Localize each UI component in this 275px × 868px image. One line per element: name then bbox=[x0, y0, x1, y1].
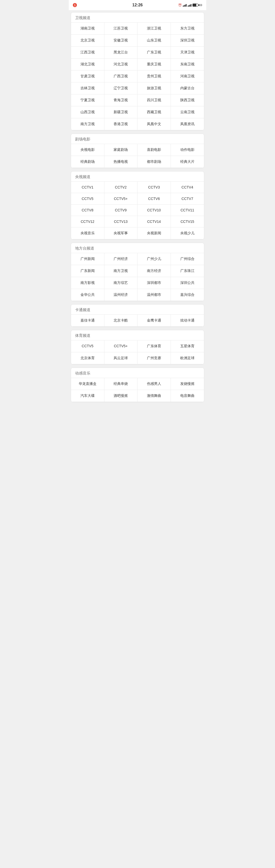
grid-cell-satellite-3[interactable]: 东方卫视 bbox=[171, 23, 204, 35]
grid-cell-cartoon-3[interactable]: 炫动卡通 bbox=[171, 315, 204, 327]
grid-cell-satellite-28[interactable]: 山西卫视 bbox=[71, 106, 104, 118]
grid-cell-satellite-27[interactable]: 陕西卫视 bbox=[171, 94, 204, 106]
grid-cell-local-8[interactable]: 南方影视 bbox=[71, 277, 104, 289]
grid-cell-cartoon-2[interactable]: 金鹰卡通 bbox=[138, 315, 171, 327]
grid-cell-satellite-22[interactable]: 旅游卫视 bbox=[138, 83, 171, 94]
grid-cell-satellite-5[interactable]: 安徽卫视 bbox=[104, 35, 138, 46]
grid-cell-satellite-34[interactable]: 凤凰中文 bbox=[138, 118, 171, 130]
grid-cell-cctv-8[interactable]: CCTV8 bbox=[71, 205, 104, 216]
grid-cell-music-4[interactable]: 汽车大碟 bbox=[71, 390, 104, 402]
grid-cell-satellite-33[interactable]: 香港卫视 bbox=[104, 118, 138, 130]
grid-cell-satellite-10[interactable]: 广东卫视 bbox=[138, 46, 171, 59]
grid-cell-cartoon-0[interactable]: 嘉佳卡通 bbox=[71, 315, 104, 327]
grid-cell-drama-movies-4[interactable]: 经典剧场 bbox=[71, 156, 104, 168]
grid-cell-satellite-19[interactable]: 河南卫视 bbox=[171, 70, 204, 83]
grid-cell-satellite-7[interactable]: 深圳卫视 bbox=[171, 35, 204, 46]
grid-cell-satellite-1[interactable]: 江苏卫视 bbox=[104, 23, 138, 35]
grid-cell-sports-7[interactable]: 欧洲足球 bbox=[171, 352, 204, 364]
grid-cell-music-7[interactable]: 电音舞曲 bbox=[171, 390, 204, 402]
grid-cell-satellite-20[interactable]: 吉林卫视 bbox=[71, 83, 104, 94]
grid-cell-local-14[interactable]: 温州都市 bbox=[138, 289, 171, 301]
grid-cell-cctv-13[interactable]: CCTV13 bbox=[104, 216, 138, 227]
grid-cell-sports-5[interactable]: 风云足球 bbox=[104, 352, 138, 364]
grid-cell-cctv-0[interactable]: CCTV1 bbox=[71, 182, 104, 193]
grid-cell-cctv-2[interactable]: CCTV3 bbox=[138, 182, 171, 193]
grid-cell-sports-4[interactable]: 北京体育 bbox=[71, 352, 104, 364]
grid-cell-satellite-26[interactable]: 四川卫视 bbox=[138, 94, 171, 106]
grid-cell-cctv-6[interactable]: CCTV6 bbox=[138, 193, 171, 205]
grid-cell-music-5[interactable]: 酒吧慢摇 bbox=[104, 390, 138, 402]
grid-cell-cctv-3[interactable]: CCTV4 bbox=[171, 182, 204, 193]
grid-cell-local-11[interactable]: 深圳公共 bbox=[171, 277, 204, 289]
grid-cell-sports-0[interactable]: CCTV5 bbox=[71, 340, 104, 352]
grid-cell-drama-movies-2[interactable]: 喜剧电影 bbox=[138, 144, 171, 156]
grid-cell-local-4[interactable]: 广东新闻 bbox=[71, 265, 104, 277]
grid-cell-local-9[interactable]: 南方综艺 bbox=[104, 277, 138, 289]
grid-cell-satellite-24[interactable]: 宁夏卫视 bbox=[71, 94, 104, 106]
grid-cell-local-10[interactable]: 深圳都市 bbox=[138, 277, 171, 289]
grid-cell-local-1[interactable]: 广州经济 bbox=[104, 253, 138, 265]
grid-cell-cctv-16[interactable]: 央视音乐 bbox=[71, 227, 104, 239]
grid-cell-satellite-30[interactable]: 西藏卫视 bbox=[138, 106, 171, 118]
grid-cell-music-3[interactable]: 发烧慢摇 bbox=[171, 378, 204, 390]
grid-cell-cctv-11[interactable]: CCTV11 bbox=[171, 205, 204, 216]
grid-cell-music-2[interactable]: 伤感男人 bbox=[138, 378, 171, 390]
grid-cell-cctv-12[interactable]: CCTV12 bbox=[71, 216, 104, 227]
grid-cell-satellite-6[interactable]: 山东卫视 bbox=[138, 35, 171, 46]
grid-cell-drama-movies-5[interactable]: 热播电视 bbox=[104, 156, 138, 168]
grid-cell-local-6[interactable]: 南方经济 bbox=[138, 265, 171, 277]
grid-cell-satellite-32[interactable]: 南方卫视 bbox=[71, 118, 104, 130]
grid-cell-satellite-17[interactable]: 广西卫视 bbox=[104, 70, 138, 83]
grid-cell-drama-movies-1[interactable]: 家庭剧场 bbox=[104, 144, 138, 156]
grid-cell-satellite-11[interactable]: 天津卫视 bbox=[171, 46, 204, 59]
grid-cell-cartoon-1[interactable]: 北京卡酷 bbox=[104, 315, 138, 327]
grid-cell-local-5[interactable]: 南方卫视 bbox=[104, 265, 138, 277]
grid-cell-cctv-1[interactable]: CCTV2 bbox=[104, 182, 138, 193]
grid-cell-satellite-12[interactable]: 湖北卫视 bbox=[71, 59, 104, 70]
grid-cell-satellite-2[interactable]: 浙江卫视 bbox=[138, 23, 171, 35]
grid-cell-music-1[interactable]: 经典串烧 bbox=[104, 378, 138, 390]
grid-cell-satellite-25[interactable]: 青海卫视 bbox=[104, 94, 138, 106]
grid-cell-satellite-13[interactable]: 河北卫视 bbox=[104, 59, 138, 70]
grid-cell-drama-movies-6[interactable]: 都市剧场 bbox=[138, 156, 171, 168]
grid-cell-cctv-10[interactable]: CCTV10 bbox=[138, 205, 171, 216]
grid-cell-sports-1[interactable]: CCTV5+ bbox=[104, 340, 138, 352]
grid-cell-cctv-15[interactable]: CCTV15 bbox=[171, 216, 204, 227]
grid-cell-satellite-4[interactable]: 北京卫视 bbox=[71, 35, 104, 46]
grid-cell-cctv-17[interactable]: 央视军事 bbox=[104, 227, 138, 239]
grid-cell-local-7[interactable]: 广东珠江 bbox=[171, 265, 204, 277]
grid-cell-satellite-9[interactable]: 黑龙江台 bbox=[104, 46, 138, 59]
grid-cell-cctv-4[interactable]: CCTV5 bbox=[71, 193, 104, 205]
grid-cell-cctv-5[interactable]: CCTV5+ bbox=[104, 193, 138, 205]
grid-cell-sports-2[interactable]: 广东体育 bbox=[138, 340, 171, 352]
grid-cell-local-3[interactable]: 广州综合 bbox=[171, 253, 204, 265]
grid-cell-drama-movies-0[interactable]: 央视电影 bbox=[71, 144, 104, 156]
grid-cell-cctv-7[interactable]: CCTV7 bbox=[171, 193, 204, 205]
grid-cell-cctv-14[interactable]: CCTV14 bbox=[138, 216, 171, 227]
grid-cell-cctv-18[interactable]: 央视新闻 bbox=[138, 227, 171, 239]
grid-cell-local-15[interactable]: 嘉兴综合 bbox=[171, 289, 204, 301]
grid-cell-satellite-23[interactable]: 内蒙古台 bbox=[171, 83, 204, 94]
grid-cell-satellite-31[interactable]: 云南卫视 bbox=[171, 106, 204, 118]
grid-cell-local-0[interactable]: 广州新闻 bbox=[71, 253, 104, 265]
grid-cell-music-6[interactable]: 激情舞曲 bbox=[138, 390, 171, 402]
grid-cell-local-13[interactable]: 温州经济 bbox=[104, 289, 138, 301]
grid-cell-satellite-18[interactable]: 贵州卫视 bbox=[138, 70, 171, 83]
grid-cell-drama-movies-3[interactable]: 动作电影 bbox=[171, 144, 204, 156]
grid-cell-satellite-15[interactable]: 东南卫视 bbox=[171, 59, 204, 70]
grid-cell-music-0[interactable]: 华龙直播盒 bbox=[71, 378, 104, 390]
grid-cell-cctv-19[interactable]: 央视少儿 bbox=[171, 227, 204, 239]
grid-cell-satellite-14[interactable]: 重庆卫视 bbox=[138, 59, 171, 70]
grid-cell-cctv-9[interactable]: CCTV9 bbox=[104, 205, 138, 216]
grid-cell-satellite-29[interactable]: 新疆卫视 bbox=[104, 106, 138, 118]
grid-cell-local-12[interactable]: 金华公共 bbox=[71, 289, 104, 301]
grid-cell-satellite-16[interactable]: 甘肃卫视 bbox=[71, 70, 104, 83]
grid-cell-drama-movies-7[interactable]: 经典大片 bbox=[171, 156, 204, 168]
grid-cell-satellite-21[interactable]: 辽宁卫视 bbox=[104, 83, 138, 94]
grid-cell-sports-6[interactable]: 广州竞赛 bbox=[138, 352, 171, 364]
grid-cell-sports-3[interactable]: 五星体育 bbox=[171, 340, 204, 352]
grid-cell-satellite-8[interactable]: 江西卫视 bbox=[71, 46, 104, 59]
grid-cell-local-2[interactable]: 广州少儿 bbox=[138, 253, 171, 265]
grid-cell-satellite-0[interactable]: 湖南卫视 bbox=[71, 23, 104, 35]
grid-cell-satellite-35[interactable]: 凤凰资讯 bbox=[171, 118, 204, 130]
